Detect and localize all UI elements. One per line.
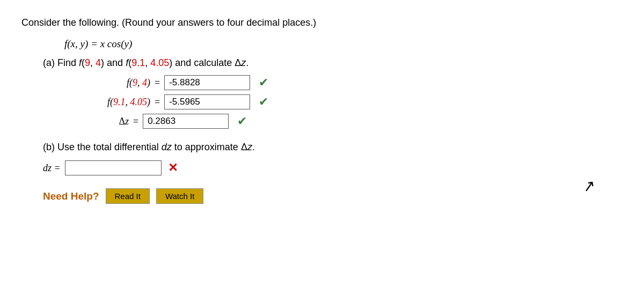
f1-equals: = — [155, 77, 160, 89]
f2-check-icon: ✔ — [259, 95, 268, 109]
function-definition: f(x, y) = x cos(y) — [64, 38, 623, 50]
dz-row: dz = ✕ — [43, 160, 623, 175]
dz-input-label: dz = — [43, 163, 61, 174]
main-question: Consider the following. (Round your answ… — [21, 17, 623, 28]
page-container: Consider the following. (Round your answ… — [0, 0, 644, 301]
need-help-label: Need Help? — [43, 190, 99, 202]
f2-row: f(9.1, 4.05) = ✔ — [43, 94, 623, 109]
deltaz-input[interactable] — [143, 114, 229, 129]
deltaz-check-icon: ✔ — [237, 114, 247, 128]
f2-input[interactable] — [164, 94, 250, 109]
f2-equals: = — [155, 97, 160, 108]
f1-check-icon: ✔ — [259, 76, 268, 90]
part-a-label: (a) Find f(9, 4) and f(9.1, 4.05) and ca… — [43, 57, 623, 69]
need-help-row: Need Help? Read It Watch It — [43, 188, 623, 204]
dz-cross-icon: ✕ — [168, 161, 178, 175]
function-text: f(x, y) = x cos(y) — [64, 38, 132, 49]
read-it-button[interactable]: Read It — [106, 188, 150, 204]
watch-it-button[interactable]: Watch It — [156, 188, 203, 204]
deltaz-equals: = — [133, 116, 138, 127]
f2-label: f(9.1, 4.05) — [43, 97, 150, 108]
part-b-label: (b) Use the total differential dz to app… — [43, 142, 623, 153]
f1-row: f(9, 4) = ✔ — [64, 75, 623, 90]
deltaz-row: Δz = ✔ — [86, 114, 623, 129]
f1-input[interactable] — [164, 75, 250, 90]
dz-answer-input[interactable] — [65, 160, 162, 175]
f1-label: f(9, 4) — [64, 77, 150, 89]
deltaz-label: Δz — [86, 116, 129, 127]
